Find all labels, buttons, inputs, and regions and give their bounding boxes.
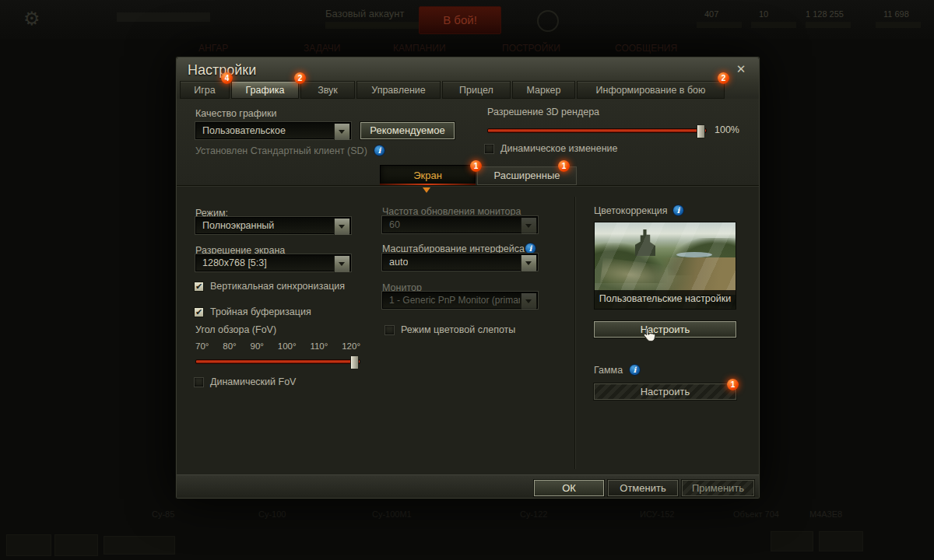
- player-name-placeholder: [117, 12, 210, 22]
- triple-buffer-label: Тройная буферизация: [210, 306, 311, 317]
- lobby-nav-item[interactable]: АНГАР: [198, 43, 228, 54]
- monitor-dropdown: 1 - Generic PnP Monitor (primary): [382, 292, 538, 309]
- gamma-label: Гамма: [594, 365, 623, 376]
- tab-graphics-badge: 2: [294, 72, 306, 84]
- tab-game[interactable]: Игра: [180, 81, 230, 99]
- recommended-button[interactable]: Рекомендуемое: [360, 122, 455, 139]
- ui-scale-label: Масштабирование интерфейса: [382, 243, 525, 254]
- chevron-down-icon[interactable]: [521, 255, 536, 271]
- carousel-tank-label: ИСУ-152: [640, 509, 675, 519]
- settings-gear-icon[interactable]: ⚙: [23, 8, 40, 30]
- monitor-value: 1 - Generic PnP Monitor (primary): [389, 295, 520, 306]
- color-correction-preview: Пользовательские настройки: [594, 222, 736, 310]
- chevron-down-icon[interactable]: [334, 256, 349, 272]
- currency-caption-bar: [697, 22, 742, 28]
- carousel-filter-button[interactable]: [54, 534, 98, 556]
- info-icon[interactable]: i: [374, 145, 385, 156]
- tab-graphics[interactable]: Графика: [231, 81, 299, 99]
- colorblind-checkbox[interactable]: [384, 325, 395, 335]
- dynamic-fov-checkbox[interactable]: [194, 377, 204, 387]
- lobby-nav-item[interactable]: ЗАДАЧИ: [304, 43, 340, 54]
- vsync-checkbox[interactable]: ✔: [194, 282, 204, 292]
- carousel-nav-button[interactable]: [819, 531, 863, 551]
- currency-free-xp: 407: [704, 9, 718, 19]
- tab-marker[interactable]: Маркер: [512, 81, 575, 99]
- currency-caption-bar: [751, 22, 796, 28]
- chevron-down-icon: [521, 293, 536, 310]
- fov-tick: 90°: [251, 341, 264, 351]
- dynamic-fov-row: Динамический FoV: [194, 376, 296, 387]
- tab-game-badge: 4: [221, 72, 233, 84]
- lobby-nav-item[interactable]: СООБЩЕНИЯ: [615, 43, 677, 54]
- mode-value: Полноэкранный: [202, 220, 274, 231]
- chevron-down-icon: [521, 218, 536, 234]
- mode-select-icon[interactable]: [537, 10, 559, 32]
- carousel-filter-button[interactable]: [6, 534, 51, 556]
- fov-tick: 100°: [278, 341, 297, 351]
- resolution-dropdown[interactable]: 1280x768 [5:3]: [195, 254, 351, 271]
- info-icon[interactable]: i: [525, 243, 536, 254]
- fov-slider-handle[interactable]: [350, 355, 359, 369]
- carousel-nav-button[interactable]: [771, 531, 813, 551]
- color-correction-configure-button[interactable]: Настроить: [594, 321, 736, 338]
- quality-value: Пользовательское: [202, 125, 286, 136]
- quality-dropdown[interactable]: Пользовательское: [195, 122, 351, 139]
- info-icon[interactable]: i: [672, 205, 684, 216]
- carousel-tank-label: Су-85: [152, 509, 174, 519]
- chevron-down-icon[interactable]: [334, 124, 349, 140]
- colorblind-row: Режим цветовой слепоты: [384, 324, 515, 335]
- lobby-nav-item[interactable]: ПОСТРОЙКИ: [502, 43, 560, 54]
- fov-slider[interactable]: [195, 359, 360, 364]
- subtab-advanced-badge: 1: [558, 160, 570, 172]
- account-type-label: Базовый аккаунт: [325, 8, 404, 19]
- settings-tab-bar: Игра Графика Звук Управление Прицел Марк…: [180, 81, 725, 99]
- subtab-screen[interactable]: Экран: [380, 165, 476, 185]
- subtab-screen-badge: 1: [470, 160, 482, 172]
- fov-tick-labels: 70° 80° 90° 100° 110° 120°: [195, 341, 360, 351]
- client-type-note: Установлен Стандартный клиент (SD): [195, 145, 367, 156]
- refresh-rate-dropdown: 60: [382, 216, 538, 233]
- vsync-label: Вертикальная синхронизация: [210, 281, 345, 292]
- triple-buffer-row: ✔ Тройная буферизация: [194, 306, 311, 317]
- tab-battle-notifications[interactable]: Информирование в бою: [577, 81, 725, 99]
- battle-button[interactable]: В бой!: [419, 6, 501, 34]
- currency-caption-bar: [806, 22, 851, 28]
- gamma-configure-button[interactable]: Настроить: [594, 383, 736, 400]
- carousel-search-field[interactable]: [104, 536, 175, 555]
- dynamic-render-label: Динамическое изменение: [500, 143, 618, 154]
- apply-button[interactable]: Применить: [682, 480, 754, 496]
- resolution-value: 1280x768 [5:3]: [202, 257, 267, 268]
- close-icon[interactable]: ✕: [732, 61, 750, 78]
- subtab-active-chevron-icon: [423, 187, 430, 197]
- vsync-row: ✔ Вертикальная синхронизация: [194, 281, 345, 292]
- fov-tick: 70°: [195, 341, 209, 351]
- dynamic-render-row: Динамическое изменение: [484, 143, 618, 154]
- gamma-badge: 1: [727, 379, 739, 390]
- chevron-down-icon[interactable]: [334, 219, 349, 235]
- currency-credits: 1 128 255: [806, 9, 844, 19]
- tab-controls[interactable]: Управление: [356, 81, 441, 99]
- preview-caption: Пользовательские настройки: [595, 290, 736, 309]
- render3d-slider[interactable]: [487, 128, 707, 133]
- ok-button[interactable]: ОК: [534, 480, 604, 496]
- dynamic-render-checkbox[interactable]: [484, 144, 494, 154]
- wot-client-screen: ⚙ Базовый аккаунт В бой! 407 10 1 128 25…: [0, 0, 934, 560]
- currency-gold: 10: [759, 9, 768, 19]
- section-divider: [177, 185, 759, 186]
- currency-bonds: 11 698: [883, 9, 909, 19]
- fov-tick: 80°: [223, 341, 236, 351]
- fov-tick: 110°: [310, 341, 328, 351]
- color-correction-label: Цветокоррекция: [594, 205, 668, 216]
- quality-label: Качество графики: [195, 108, 277, 119]
- triple-buffer-checkbox[interactable]: ✔: [194, 307, 204, 317]
- mode-dropdown[interactable]: Полноэкранный: [195, 217, 351, 234]
- cancel-button[interactable]: Отменить: [608, 480, 678, 496]
- tab-sound[interactable]: Звук: [300, 81, 355, 99]
- info-icon[interactable]: i: [629, 364, 641, 376]
- ui-scale-dropdown[interactable]: auto: [382, 254, 538, 271]
- tab-reticle[interactable]: Прицел: [442, 81, 511, 99]
- lobby-nav-item[interactable]: КАМПАНИИ: [393, 43, 446, 54]
- render3d-slider-handle[interactable]: [697, 124, 705, 138]
- render3d-value: 100%: [715, 124, 739, 135]
- refresh-rate-value: 60: [389, 219, 400, 230]
